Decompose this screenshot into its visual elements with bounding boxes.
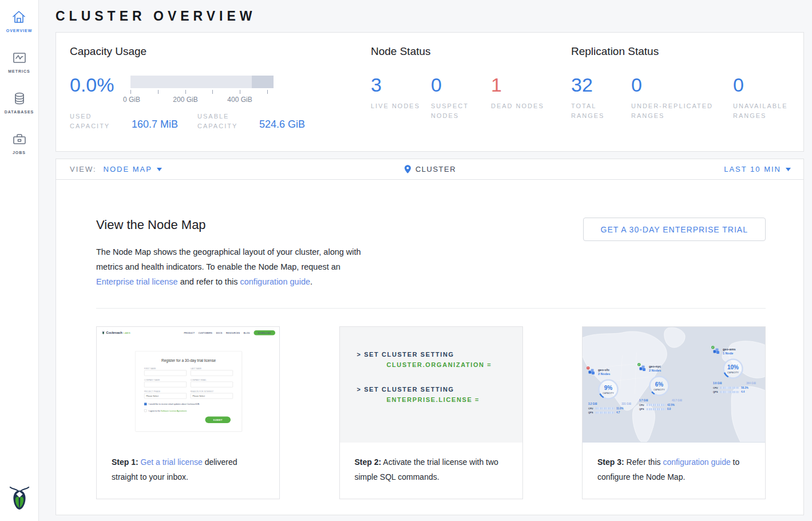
usable-capacity-metric: USABLE CAPACITY 524.6 GiB [197,112,305,131]
map-locality-geo-nyc: ✓ geo-nyc 2 Nodes [639,365,685,411]
capacity-usage-title: Capacity Usage [70,45,330,58]
main-content: CLUSTER OVERVIEW Capacity Usage 0.0% 0 G… [39,0,812,521]
enterprise-trial-license-link[interactable]: Enterprise trial license [96,277,178,286]
step1-card: Cockroach LABS PRODUCT CUSTOMERS DOCS RE… [96,326,280,499]
cpu-value: 58.3% [741,386,748,389]
cpu-sparkbar [647,404,665,406]
mini-field-last-name: LAST NAME [191,368,233,376]
section-divider [96,308,766,309]
live-nodes-label: LIVE NODES [371,101,426,111]
qps-sparkbar [720,391,739,393]
map-locality-geo-ams: ✓ geo-ams 1 Node [713,348,759,393]
capacity-ring-gauge: 9% CAPACITY [596,377,620,401]
capacity-used-percent: 0.0% [70,74,130,104]
view-label: VIEW: [70,165,97,173]
capacity-gauge-nonusable [252,76,274,88]
used-capacity-label: USED CAPACITY [70,112,125,131]
capacity-used: 3.6 GiB [713,382,722,385]
suspect-nodes-value: 0 [431,74,491,95]
dead-nodes-metric: 1 DEAD NODES [491,74,546,121]
qps-label: QPS [639,408,647,411]
node-map-intro: View the Node Map The Node Map shows the… [96,218,366,289]
capacity-used: 3.2 GiB [588,402,597,405]
get-trial-license-link[interactable]: Get a trial license [141,457,203,467]
sidebar-item-metrics[interactable]: METRICS [8,50,30,73]
mini-checkbox-agree: I agree to the Software License Agreemen… [144,409,233,412]
node-status-section: Node Status 3 LIVE NODES 0 SUSPECT NODES… [371,45,551,151]
total-ranges-label: TOTAL RANGES [571,101,626,121]
briefcase-icon [11,131,27,147]
live-nodes-metric: 3 LIVE NODES [371,74,431,121]
capacity-gauge-ticks [130,90,274,94]
sidebar-item-label: JOBS [13,151,26,155]
step2-label: Step 2: [355,457,382,467]
configuration-guide-link[interactable]: configuration guide [240,277,310,286]
checkbox-checked-icon [144,403,147,406]
step3-caption: Step 3: Refer this configuration guide t… [583,443,765,499]
cockroach-bug-icon [9,486,30,511]
warning-badge-icon: ! [587,366,590,370]
view-selector-dropdown[interactable]: NODE MAP [104,165,162,173]
mini-checkbox-updates: I would like to receive email updates ab… [144,403,233,406]
qps-sparkbar [647,408,665,411]
mini-field-project-phase: PROJECT PHASEPlease Select [144,390,187,399]
used-capacity-value: 160.7 MiB [132,119,178,131]
map-locality-geo-sfo: ! geo-sfo 2 Nodes [588,368,634,414]
cockroachdb-logo [9,486,30,513]
mini-nav-item: DOCS [216,331,223,334]
sidebar: OVERVIEW METRICS DATABASES JOBS [0,0,39,521]
capacity-label: CAPACITY [653,389,665,391]
healthy-badge-icon: ✓ [711,346,715,349]
cpu-value: 11.0% [616,407,624,410]
sidebar-item-overview[interactable]: OVERVIEW [6,9,33,33]
sidebar-item-label: METRICS [8,69,30,73]
qps-label: QPS [588,411,596,414]
mini-brand: Cockroach LABS [102,331,130,334]
enterprise-trial-button[interactable]: GET A 30-DAY ENTERPRISE TRIAL [583,218,766,241]
step3-label: Step 3: [597,457,624,467]
mini-brand-suffix: LABS [124,331,130,334]
node-map-heading: View the Node Map [96,218,366,232]
locality-name: geo-ams [723,348,736,351]
mini-form-title: Register for a 30-day trial license [144,358,233,363]
sql-prompt: > SET CLUSTER SETTING [357,351,522,358]
step1-caption: Step 1: Get a trial license delivered st… [97,443,279,499]
sql-command: > SET CLUSTER SETTING CLUSTER.ORGANIZATI… [357,351,522,368]
chevron-down-icon [157,168,162,171]
configuration-guide-link[interactable]: configuration guide [663,457,730,467]
sidebar-item-jobs[interactable]: JOBS [11,131,27,155]
capacity-percent: 10% [727,364,739,371]
replication-status-title: Replication Status [571,45,803,58]
replication-status-section: Replication Status 32 TOTAL RANGES 0 UND… [571,45,803,151]
metrics-chart-icon [11,50,27,66]
time-range-dropdown[interactable]: LAST 10 MIN [724,165,791,173]
mini-nav: PRODUCT CUSTOMERS DOCS RESOURCES BLOG DO… [180,330,275,336]
sidebar-item-databases[interactable]: DATABASES [5,90,34,114]
usable-capacity-label: USABLE CAPACITY [197,112,252,131]
cpu-label: CPU [713,386,720,389]
app-window: OVERVIEW METRICS DATABASES JOBS [0,0,812,521]
mini-field-reason: REASON FOR INTERESTPlease Select [191,390,233,399]
qps-label: QPS [713,390,720,393]
step3-card: ! geo-sfo 2 Nodes [582,326,766,499]
mini-license-agreement-link: Software License Agreement. [161,410,187,412]
qps-value: 4.7 [616,411,620,414]
node-stack-icon: ✓ [639,365,647,372]
unavailable-ranges-label: UNAVAILABLE RANGES [733,101,788,121]
breadcrumb-cluster: CLUSTER [415,165,456,173]
mini-site-header: Cockroach LABS PRODUCT CUSTOMERS DOCS RE… [97,327,279,338]
healthy-badge-icon: ✓ [637,363,641,366]
node-map-placeholder-panel: View the Node Map The Node Map shows the… [56,180,804,515]
locality-node-count: 2 Nodes [598,372,610,376]
sql-setting: ENTERPRISE.LICENSE = [387,396,522,403]
live-nodes-value: 3 [371,74,431,95]
sidebar-item-label: DATABASES [5,110,34,114]
cockroach-bug-icon [102,331,105,334]
unavailable-ranges-value: 0 [733,74,788,95]
locality-name: geo-sfo [598,368,610,372]
qps-value: 4.4 [741,390,744,393]
locality-node-count: 2 Nodes [649,369,661,372]
capacity-percent: 6% [655,381,663,388]
breadcrumb: CLUSTER [405,165,456,173]
mini-field-company-name: COMPANY NAME [144,379,187,388]
